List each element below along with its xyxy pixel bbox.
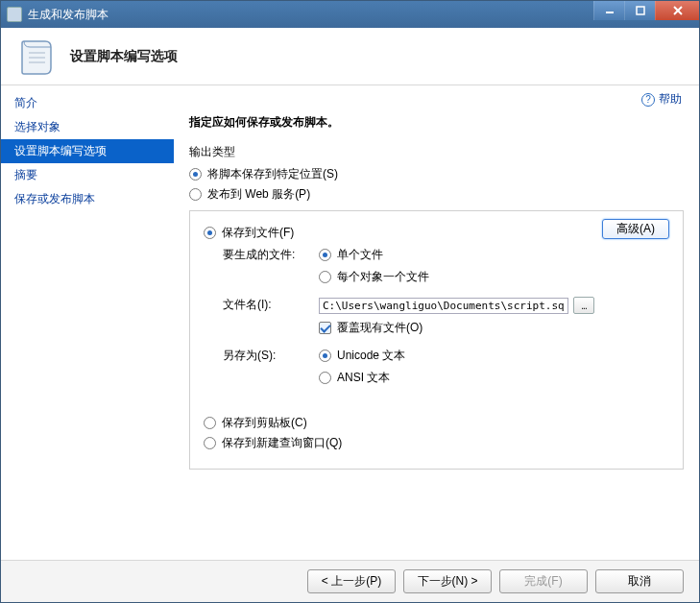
window-title: 生成和发布脚本 bbox=[28, 7, 109, 23]
checkbox-overwrite-label: 覆盖现有文件(O) bbox=[337, 320, 422, 336]
svg-rect-1 bbox=[637, 7, 644, 14]
radio-ansi-text-label: ANSI 文本 bbox=[337, 370, 390, 386]
cancel-button[interactable]: 取消 bbox=[595, 569, 684, 593]
dialog-window: 生成和发布脚本 设置脚本编写选项 简介 bbox=[0, 0, 700, 603]
sidebar-item-save-publish[interactable]: 保存或发布脚本 bbox=[1, 187, 174, 211]
filename-input[interactable] bbox=[319, 298, 568, 314]
page-title: 设置脚本编写选项 bbox=[70, 48, 178, 65]
close-button[interactable] bbox=[655, 1, 699, 20]
save-fieldset: 高级(A) 保存到文件(F) 要生成的文件: 单个文件 bbox=[189, 210, 684, 470]
maximize-button[interactable] bbox=[624, 1, 655, 20]
sidebar: 简介 选择对象 设置脚本编写选项 摘要 保存或发布脚本 bbox=[1, 85, 174, 560]
next-button[interactable]: 下一步(N) > bbox=[403, 569, 492, 593]
radio-publish-web-label: 发布到 Web 服务(P) bbox=[207, 186, 310, 203]
output-type-label: 输出类型 bbox=[189, 144, 684, 160]
browse-button[interactable]: ... bbox=[573, 297, 594, 314]
help-link[interactable]: ? 帮助 bbox=[641, 91, 682, 108]
previous-button[interactable]: < 上一步(P) bbox=[307, 569, 396, 593]
finish-button: 完成(F) bbox=[499, 569, 588, 593]
sidebar-item-intro[interactable]: 简介 bbox=[1, 91, 174, 115]
radio-save-to-file[interactable] bbox=[204, 227, 216, 239]
radio-save-to-file-label: 保存到文件(F) bbox=[222, 225, 294, 241]
sidebar-item-choose-objects[interactable]: 选择对象 bbox=[1, 115, 174, 139]
radio-save-to-location[interactable] bbox=[189, 168, 202, 181]
radio-publish-web[interactable] bbox=[189, 188, 202, 201]
footer: < 上一步(P) 下一步(N) > 完成(F) 取消 bbox=[1, 560, 699, 602]
sidebar-item-scripting-options[interactable]: 设置脚本编写选项 bbox=[1, 139, 174, 163]
checkbox-overwrite[interactable] bbox=[319, 322, 331, 334]
main-panel: ? 帮助 指定应如何保存或发布脚本。 输出类型 将脚本保存到特定位置(S) 发布… bbox=[174, 85, 699, 560]
help-icon: ? bbox=[641, 93, 655, 107]
radio-save-to-clipboard-label: 保存到剪贴板(C) bbox=[222, 415, 307, 431]
script-icon bbox=[16, 36, 59, 78]
help-label: 帮助 bbox=[659, 91, 682, 108]
app-icon bbox=[7, 7, 22, 22]
radio-ansi-text[interactable] bbox=[319, 372, 331, 384]
radio-single-file-label: 单个文件 bbox=[337, 247, 383, 263]
radio-file-per-object-label: 每个对象一个文件 bbox=[337, 269, 429, 285]
titlebar[interactable]: 生成和发布脚本 bbox=[1, 1, 699, 28]
minimize-button[interactable] bbox=[593, 1, 624, 20]
radio-single-file[interactable] bbox=[319, 249, 331, 261]
radio-save-to-clipboard[interactable] bbox=[204, 417, 216, 429]
radio-save-to-new-query[interactable] bbox=[204, 437, 216, 449]
files-to-generate-label: 要生成的文件: bbox=[204, 247, 319, 291]
radio-unicode-text-label: Unicode 文本 bbox=[337, 348, 405, 364]
radio-save-to-new-query-label: 保存到新建查询窗口(Q) bbox=[222, 435, 342, 451]
save-as-label: 另存为(S): bbox=[204, 348, 319, 392]
sidebar-item-summary[interactable]: 摘要 bbox=[1, 163, 174, 187]
radio-file-per-object[interactable] bbox=[319, 271, 331, 283]
section-heading: 指定应如何保存或发布脚本。 bbox=[189, 114, 684, 131]
advanced-button[interactable]: 高级(A) bbox=[602, 219, 669, 239]
radio-unicode-text[interactable] bbox=[319, 350, 331, 362]
filename-label: 文件名(I): bbox=[204, 297, 319, 342]
radio-save-to-location-label: 将脚本保存到特定位置(S) bbox=[207, 166, 338, 182]
header: 设置脚本编写选项 bbox=[1, 28, 699, 85]
